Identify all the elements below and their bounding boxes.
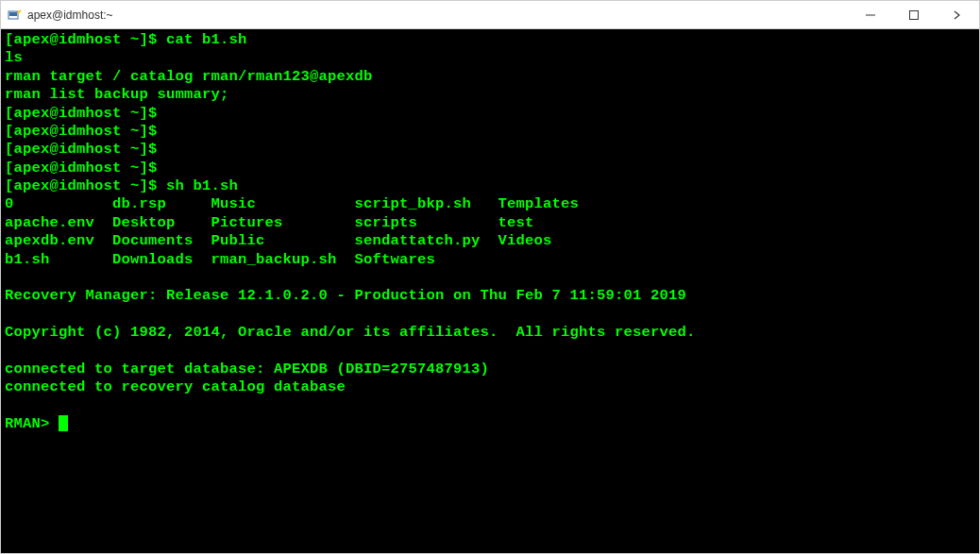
terminal-line: connected to target database: APEXDB (DB…	[5, 361, 975, 378]
terminal-output: connected to target database: APEXDB (DB…	[5, 361, 489, 378]
shell-prompt: [apex@idmhost ~]$	[5, 105, 166, 122]
svg-rect-4	[910, 10, 919, 19]
window-title: apex@idmhost:~	[27, 8, 849, 22]
svg-line-2	[18, 10, 21, 13]
overflow-button[interactable]	[936, 1, 979, 28]
terminal-output: apache.env Desktop Pictures scripts test	[5, 214, 534, 231]
terminal-output: b1.sh Downloads rman_backup.sh Softwares	[5, 251, 435, 268]
terminal[interactable]: [apex@idmhost ~]$ cat b1.shlsrman target…	[1, 29, 979, 553]
terminal-line: b1.sh Downloads rman_backup.sh Softwares	[5, 251, 975, 269]
shell-command: sh b1.sh	[166, 177, 238, 194]
shell-prompt: [apex@idmhost ~]$	[5, 177, 166, 194]
terminal-line: apache.env Desktop Pictures scripts test	[5, 214, 975, 232]
terminal-line: [apex@idmhost ~]$	[5, 159, 975, 177]
terminal-output: rman list backup summary;	[5, 86, 229, 103]
terminal-line: 0 db.rsp Music script_bkp.sh Templates	[5, 195, 975, 213]
shell-prompt: [apex@idmhost ~]$	[5, 141, 166, 158]
shell-command: cat b1.sh	[166, 31, 247, 48]
terminal-line	[5, 342, 975, 360]
shell-prompt: [apex@idmhost ~]$	[5, 31, 166, 48]
window: apex@idmhost:~ [apex@idmhost ~]$ cat b1.…	[0, 0, 980, 554]
shell-prompt: [apex@idmhost ~]$	[5, 123, 166, 140]
terminal-line: rman list backup summary;	[5, 86, 975, 104]
cursor	[59, 415, 68, 431]
terminal-line: RMAN>	[5, 415, 975, 433]
terminal-line: rman target / catalog rman/rman123@apexd…	[5, 68, 975, 86]
titlebar: apex@idmhost:~	[1, 1, 979, 29]
terminal-line: apexdb.env Documents Public sendattatch.…	[5, 232, 975, 250]
terminal-output: RMAN>	[5, 415, 59, 432]
terminal-line: Recovery Manager: Release 12.1.0.2.0 - P…	[5, 287, 975, 305]
terminal-line: [apex@idmhost ~]$	[5, 123, 975, 141]
terminal-output: Copyright (c) 1982, 2014, Oracle and/or …	[5, 324, 696, 341]
terminal-line	[5, 306, 975, 324]
terminal-line: [apex@idmhost ~]$ cat b1.sh	[5, 31, 975, 49]
svg-rect-1	[9, 12, 17, 16]
terminal-line	[5, 397, 975, 415]
window-controls	[849, 1, 979, 28]
terminal-output: apexdb.env Documents Public sendattatch.…	[5, 232, 552, 249]
terminal-line: [apex@idmhost ~]$	[5, 141, 975, 159]
putty-icon	[7, 8, 22, 23]
terminal-output: 0 db.rsp Music script_bkp.sh Templates	[5, 195, 579, 212]
terminal-output: Recovery Manager: Release 12.1.0.2.0 - P…	[5, 287, 686, 304]
minimize-button[interactable]	[849, 1, 892, 28]
terminal-line: ls	[5, 49, 975, 67]
maximize-button[interactable]	[892, 1, 936, 28]
terminal-line: Copyright (c) 1982, 2014, Oracle and/or …	[5, 324, 975, 342]
shell-prompt: [apex@idmhost ~]$	[5, 159, 166, 176]
terminal-output: rman target / catalog rman/rman123@apexd…	[5, 68, 373, 85]
terminal-line: connected to recovery catalog database	[5, 378, 975, 396]
terminal-line: [apex@idmhost ~]$	[5, 105, 975, 123]
terminal-line	[5, 269, 975, 287]
terminal-line: [apex@idmhost ~]$ sh b1.sh	[5, 177, 975, 195]
terminal-output: ls	[5, 49, 23, 66]
terminal-output: connected to recovery catalog database	[5, 378, 346, 395]
